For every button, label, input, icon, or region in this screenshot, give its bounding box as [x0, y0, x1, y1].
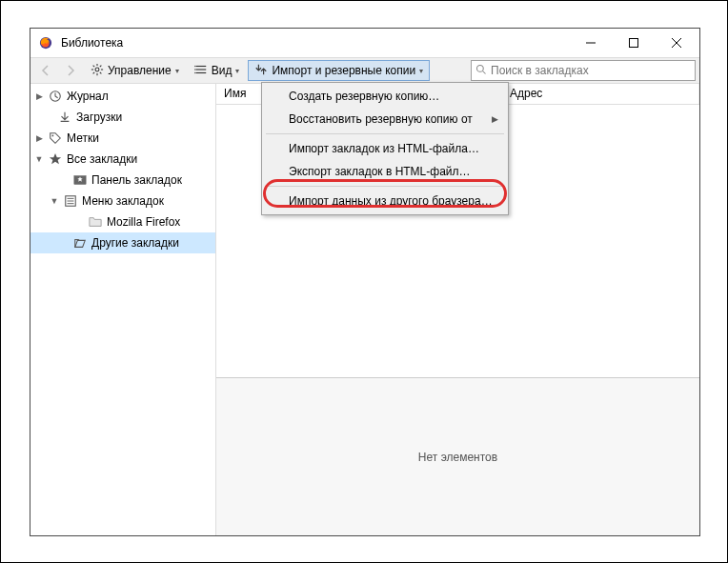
tree-label: Все закладки — [67, 152, 137, 166]
menu-label: Экспорт закладок в HTML-файл… — [289, 165, 471, 178]
svg-point-19 — [194, 71, 195, 72]
tree-item-all-bookmarks[interactable]: ▼ Все закладки — [30, 149, 215, 170]
bookmark-bar-icon — [72, 173, 88, 187]
menu-separator — [266, 186, 504, 187]
svg-rect-2 — [629, 39, 637, 48]
tree-item-downloads[interactable]: Загрузки — [30, 107, 215, 128]
svg-point-23 — [52, 135, 54, 137]
svg-line-12 — [93, 71, 95, 73]
svg-line-21 — [483, 70, 486, 73]
svg-line-10 — [93, 65, 95, 67]
collapse-icon[interactable]: ▼ — [34, 154, 44, 164]
menu-label: Восстановить резервную копию от — [289, 112, 473, 126]
menu-import-html[interactable]: Импорт закладок из HTML-файла… — [264, 137, 506, 160]
bookmark-menu-icon — [63, 194, 78, 208]
list-icon — [194, 63, 208, 79]
tag-icon — [48, 131, 63, 145]
tree-item-other-bookmarks[interactable]: Другие закладки — [30, 232, 215, 253]
svg-point-18 — [194, 69, 195, 70]
svg-point-20 — [477, 65, 484, 71]
menu-restore-backup[interactable]: Восстановить резервную копию от ▶ — [264, 108, 506, 131]
close-button[interactable] — [655, 29, 698, 57]
search-box[interactable] — [471, 60, 696, 81]
manage-button[interactable]: Управление ▾ — [84, 60, 186, 81]
column-address[interactable]: Адрес — [502, 84, 699, 104]
svg-line-13 — [100, 65, 102, 67]
menu-create-backup[interactable]: Создать резервную копию… — [264, 85, 506, 108]
chevron-down-icon: ▾ — [419, 67, 423, 75]
tree-label: Журнал — [67, 90, 109, 103]
search-input[interactable] — [491, 64, 691, 77]
star-icon — [48, 152, 63, 166]
tree-item-bookmarks-toolbar[interactable]: Панель закладок — [30, 170, 215, 191]
tree-label: Метки — [67, 131, 99, 145]
menu-label: Импорт данных из другого браузера… — [289, 194, 493, 208]
chevron-down-icon: ▾ — [175, 67, 179, 75]
svg-point-5 — [95, 68, 99, 71]
titlebar: Библиотека — [30, 29, 699, 57]
import-backup-button[interactable]: Импорт и резервные копии ▾ — [248, 60, 430, 81]
import-backup-menu: Создать резервную копию… Восстановить ре… — [261, 82, 509, 215]
manage-label: Управление — [108, 64, 172, 77]
menu-export-html[interactable]: Экспорт закладок в HTML-файл… — [264, 160, 506, 183]
view-button[interactable]: Вид ▾ — [188, 60, 247, 81]
tree-item-history[interactable]: ▶ Журнал — [30, 86, 215, 107]
tree-item-mozilla-firefox[interactable]: Mozilla Firefox — [30, 211, 215, 232]
search-icon — [475, 64, 487, 78]
folder-icon — [88, 215, 103, 229]
tree-item-bookmarks-menu[interactable]: ▼ Меню закладок — [30, 191, 215, 211]
empty-label: Нет элементов — [418, 451, 497, 464]
back-button[interactable] — [34, 60, 57, 81]
tree-label: Меню закладок — [82, 194, 164, 208]
expand-icon[interactable]: ▶ — [34, 91, 44, 101]
expand-icon[interactable]: ▶ — [34, 133, 44, 143]
other-bookmarks-icon — [72, 236, 88, 250]
tree-label: Другие закладки — [91, 236, 179, 250]
tree-label: Загрузки — [76, 111, 122, 124]
menu-label: Создать резервную копию… — [289, 90, 439, 103]
import-export-icon — [254, 63, 268, 79]
menu-separator — [266, 133, 504, 134]
toolbar: Управление ▾ Вид ▾ Импорт и резервные ко… — [30, 57, 699, 84]
forward-button[interactable] — [59, 60, 82, 81]
window-controls — [569, 29, 698, 57]
menu-label: Импорт закладок из HTML-файла… — [289, 142, 479, 155]
clock-icon — [48, 90, 63, 103]
maximize-button[interactable] — [612, 29, 655, 57]
tree-label: Mozilla Firefox — [107, 215, 180, 229]
svg-point-17 — [194, 65, 195, 66]
menu-import-from-browser[interactable]: Импорт данных из другого браузера… — [264, 190, 506, 212]
chevron-down-icon: ▾ — [235, 67, 239, 75]
minimize-button[interactable] — [569, 29, 612, 57]
svg-line-11 — [100, 71, 102, 73]
collapse-icon[interactable]: ▼ — [50, 196, 59, 206]
sidebar-tree[interactable]: ▶ Журнал Загрузки ▶ Метки ▼ Все закладки — [30, 84, 216, 535]
window-title: Библиотека — [61, 36, 569, 50]
tree-label: Панель закладок — [91, 173, 182, 187]
detail-pane: Нет элементов — [216, 377, 699, 535]
firefox-icon — [38, 35, 53, 50]
gear-icon — [91, 63, 104, 79]
download-icon — [57, 111, 72, 124]
tree-item-tags[interactable]: ▶ Метки — [30, 128, 215, 149]
view-label: Вид — [212, 64, 233, 77]
import-backup-label: Импорт и резервные копии — [272, 64, 415, 77]
submenu-arrow-icon: ▶ — [492, 114, 498, 124]
